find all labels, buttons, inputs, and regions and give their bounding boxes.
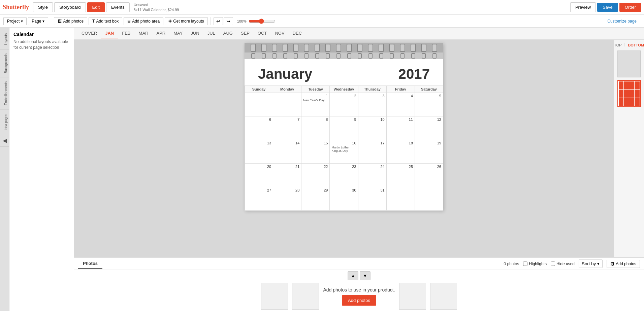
customize-page-button[interactable]: Customize page [603,18,641,25]
spiral-ring [368,44,373,52]
spiral-ring-small [336,53,341,59]
nav-events[interactable]: Events [106,2,130,12]
right-panel: TOP | BOTTOM [614,40,644,257]
photo-placeholder [292,283,319,310]
grid-cell [624,98,629,106]
spiral-ring [315,44,320,52]
highlights-checkbox[interactable] [523,262,527,266]
cal-cell: 19 [415,140,443,164]
sidebar: Layouts Backgrounds Embellishments Idea … [0,28,74,311]
add-text-box-button[interactable]: T Add text box [89,17,122,25]
spiral-ring [251,44,256,52]
cal-cell: 20 [245,164,273,187]
main-area: Layouts Backgrounds Embellishments Idea … [0,28,644,311]
undo-redo-group: ↩ ↪ [214,17,233,25]
grid-cell [624,90,629,97]
month-tab-oct[interactable]: OCT [254,29,271,38]
photo-placeholder [261,283,288,310]
photo-placeholder [430,283,457,310]
project-dropdown[interactable]: Project ▾ [3,17,27,25]
get-more-layouts-label: Get more layouts [173,19,204,24]
get-more-layouts-button[interactable]: ✚ Get more layouts [165,17,207,25]
month-tab-aug[interactable]: AUG [219,29,237,38]
grid-cell [624,81,629,89]
grid-cell [629,98,634,106]
product-label[interactable]: 8x11 Wall Calendar, $24.99 [134,7,179,12]
sidebar-title: Calendar [13,32,70,37]
nav-storyboard[interactable]: Storyboard [54,2,86,12]
sidebar-tab-layouts[interactable]: Layouts [0,29,9,49]
zoom-slider[interactable] [249,19,276,24]
hide-used-checkbox[interactable] [551,262,555,266]
undo-button[interactable]: ↩ [214,17,223,25]
grid-cell [619,98,624,106]
spiral-ring [411,44,416,52]
cal-cell: 11 [386,116,415,140]
redo-button[interactable]: ↪ [224,17,233,25]
spiral-ring-small [358,53,362,59]
top-bottom-tabs: TOP | BOTTOM [613,42,644,48]
preview-button[interactable]: Preview [570,2,596,12]
col-thursday: Thursday [358,86,386,93]
month-tab-sep[interactable]: SEP [237,29,254,38]
cal-cell [245,93,273,116]
cal-cell: 22 [301,164,330,187]
grid-cell [619,90,624,97]
add-photos-bottom-button[interactable]: 🖼 Add photos [607,260,640,268]
cal-cell: 9 [330,116,358,140]
month-tab-cover[interactable]: COVER [77,29,101,38]
sidebar-tab-backgrounds[interactable]: Backgrounds [0,49,9,77]
month-tab-nov[interactable]: NOV [271,29,288,38]
sort-by-button[interactable]: Sort by ▾ [579,260,603,268]
sort-chevron-icon: ▾ [597,261,600,266]
sidebar-tab-idea-pages[interactable]: Idea pages [0,109,9,135]
bottom-panel: Photos 0 photos Highlights Hide used Sor… [74,257,644,311]
cal-cell: 8 [301,116,330,140]
sidebar-tab-embellishments[interactable]: Embellishments [0,77,9,109]
month-tab-jan[interactable]: JAN [101,29,118,38]
cal-cell: 18 [386,140,415,164]
month-tab-jul[interactable]: JUL [203,29,219,38]
month-tab-dec[interactable]: DEC [289,29,306,38]
bottom-tab-right[interactable]: BOTTOM [626,42,644,48]
month-tab-apr[interactable]: APR [152,29,169,38]
month-tab-may[interactable]: MAY [169,29,187,38]
month-tab-jun[interactable]: JUN [187,29,203,38]
save-button[interactable]: Save [597,3,618,12]
nav-style[interactable]: Style [33,2,53,12]
sidebar-message: No additional layouts available for curr… [13,39,70,50]
highlights-checkbox-label[interactable]: Highlights [523,262,547,266]
cal-cell: 30 [330,187,358,211]
project-chevron-icon: ▾ [21,19,23,24]
collapse-icon[interactable]: ◀ [0,135,9,147]
spiral-ring [421,44,426,52]
month-tab-feb[interactable]: FEB [118,29,134,38]
sort-by-label: Sort by [582,261,596,266]
add-photo-area-button[interactable]: ⊞ Add photo area [124,17,163,25]
layout-thumbnail-grid[interactable] [617,80,641,107]
col-tuesday: Tuesday [301,86,330,93]
nav-up-button[interactable]: ▲ [348,271,358,280]
add-photos-icon: 🖼 [58,19,62,24]
nav-down-button[interactable]: ▼ [360,271,371,280]
hide-used-label: Hide used [556,262,575,266]
cal-cell [415,187,443,211]
grid-cell [629,81,634,89]
order-button[interactable]: Order [619,3,641,12]
nav-arrows: ▲ ▼ [348,271,371,280]
photos-tab[interactable]: Photos [78,259,102,269]
page-dropdown[interactable]: Page ▾ [28,17,48,25]
bottom-tabs: Photos 0 photos Highlights Hide used Sor… [74,258,644,270]
add-photos-button[interactable]: 🖼 Add photos [54,17,87,25]
add-photos-orange-button[interactable]: Add photos [342,295,376,306]
spiral-ring-small [294,53,298,59]
layout-thumbnail-blank[interactable] [617,50,641,77]
cal-cell: 16Martin Luther King Jr. Day [330,140,358,164]
unsaved-label: Unsaved [134,2,179,7]
photo-count: 0 photos [504,262,519,266]
month-tab-mar[interactable]: MAR [135,29,153,38]
top-tab[interactable]: TOP [613,42,623,48]
hide-used-checkbox-label[interactable]: Hide used [551,262,575,266]
cal-cell: 28 [273,187,301,211]
nav-edit[interactable]: Edit [87,2,105,12]
